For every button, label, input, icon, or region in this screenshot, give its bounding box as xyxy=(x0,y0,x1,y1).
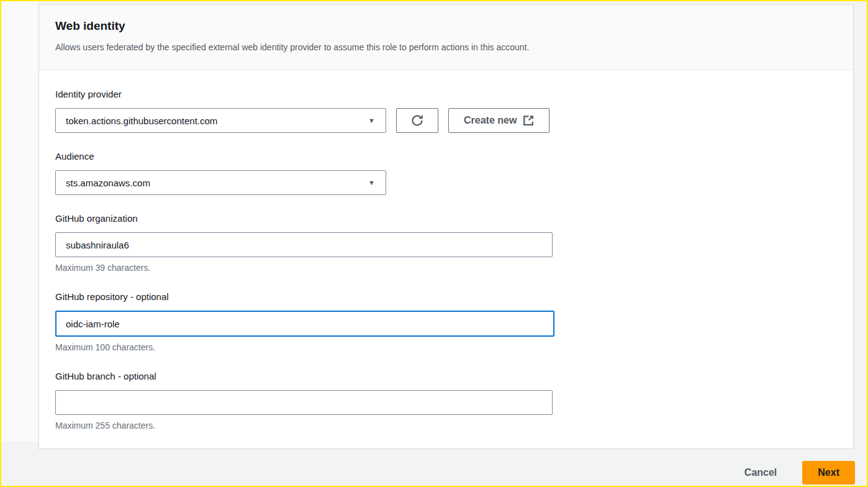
create-new-button-label: Create new xyxy=(464,115,517,126)
left-gutter xyxy=(1,1,38,441)
chevron-down-icon: ▼ xyxy=(368,117,375,124)
web-identity-panel: Web identity Allows users federated by t… xyxy=(38,4,854,449)
page-title: Web identity xyxy=(55,19,837,34)
external-link-icon xyxy=(523,115,534,126)
github-organization-label: GitHub organization xyxy=(55,213,837,224)
panel-description: Allows users federated by the specified … xyxy=(55,41,837,53)
panel-header: Web identity Allows users federated by t… xyxy=(39,5,853,70)
audience-label: Audience xyxy=(55,151,837,162)
identity-provider-label: Identity provider xyxy=(55,89,837,100)
refresh-button[interactable] xyxy=(396,108,438,133)
audience-selected-value: sts.amazonaws.com xyxy=(66,178,150,188)
cancel-button[interactable]: Cancel xyxy=(744,467,777,478)
create-new-button[interactable]: Create new xyxy=(448,108,549,133)
refresh-icon xyxy=(410,114,424,127)
identity-provider-select[interactable]: token.actions.githubusercontent.com ▼ xyxy=(55,108,386,133)
audience-field: Audience sts.amazonaws.com ▼ xyxy=(55,151,837,195)
github-branch-label: GitHub branch - optional xyxy=(55,371,837,382)
github-repository-hint: Maximum 100 characters. xyxy=(55,342,837,353)
github-organization-field: GitHub organization Maximum 39 character… xyxy=(55,213,837,273)
github-organization-input[interactable] xyxy=(55,232,553,257)
panel-body: Identity provider token.actions.githubus… xyxy=(39,70,853,448)
wizard-footer-actions: Cancel Next xyxy=(744,461,855,485)
identity-provider-field: Identity provider token.actions.githubus… xyxy=(55,89,837,133)
github-repository-label: GitHub repository - optional xyxy=(55,291,837,303)
github-branch-field: GitHub branch - optional Maximum 255 cha… xyxy=(55,371,837,431)
github-branch-input[interactable] xyxy=(55,390,553,415)
chevron-down-icon: ▼ xyxy=(368,180,375,186)
github-branch-hint: Maximum 255 characters. xyxy=(55,421,837,431)
next-button[interactable]: Next xyxy=(802,461,855,485)
github-organization-hint: Maximum 39 characters. xyxy=(55,263,837,273)
github-repository-field: GitHub repository - optional Maximum 100… xyxy=(55,291,837,353)
page: Web identity Allows users federated by t… xyxy=(0,0,868,487)
github-repository-input[interactable] xyxy=(55,311,554,337)
identity-provider-selected-value: token.actions.githubusercontent.com xyxy=(66,116,217,126)
audience-select[interactable]: sts.amazonaws.com ▼ xyxy=(55,170,386,195)
